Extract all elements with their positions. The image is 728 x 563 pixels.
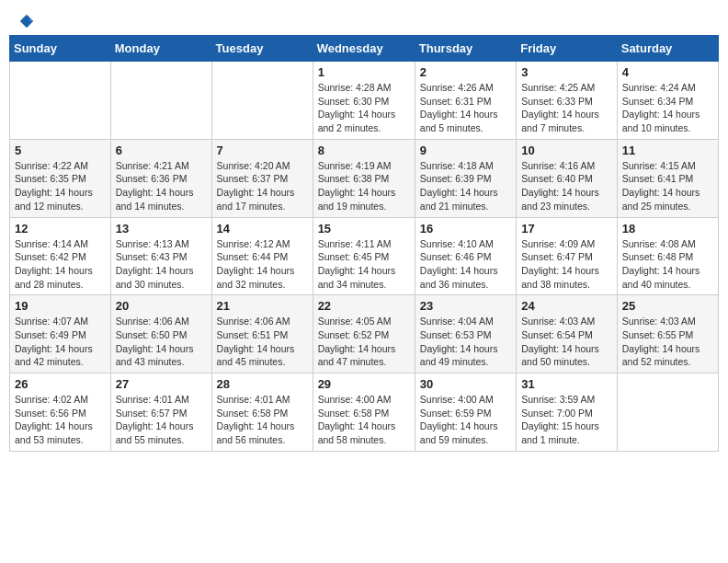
calendar-cell: 3Sunrise: 4:25 AM Sunset: 6:33 PM Daylig…: [517, 62, 618, 140]
day-number: 19: [15, 299, 106, 313]
day-info: Sunrise: 3:59 AM Sunset: 7:00 PM Dayligh…: [521, 393, 612, 447]
day-number: 3: [521, 65, 612, 79]
calendar-cell: 19Sunrise: 4:07 AM Sunset: 6:49 PM Dayli…: [10, 295, 111, 373]
day-info: Sunrise: 4:20 AM Sunset: 6:37 PM Dayligh…: [217, 159, 308, 213]
day-info: Sunrise: 4:01 AM Sunset: 6:58 PM Dayligh…: [217, 393, 308, 447]
day-info: Sunrise: 4:00 AM Sunset: 6:59 PM Dayligh…: [420, 393, 511, 447]
day-info: Sunrise: 4:14 AM Sunset: 6:42 PM Dayligh…: [15, 237, 106, 292]
calendar-cell: 2Sunrise: 4:26 AM Sunset: 6:31 PM Daylig…: [415, 62, 516, 140]
calendar-cell: 30Sunrise: 4:00 AM Sunset: 6:59 PM Dayli…: [415, 373, 516, 452]
calendar-cell: 27Sunrise: 4:01 AM Sunset: 6:57 PM Dayli…: [110, 373, 211, 452]
day-number: 14: [217, 222, 308, 236]
day-number: 22: [318, 299, 410, 313]
day-number: 5: [15, 144, 106, 157]
calendar-cell: 26Sunrise: 4:02 AM Sunset: 6:56 PM Dayli…: [10, 373, 111, 452]
calendar-cell: 21Sunrise: 4:06 AM Sunset: 6:51 PM Dayli…: [211, 295, 313, 373]
day-of-week-header: Friday: [517, 36, 618, 62]
calendar-week-row: 5Sunrise: 4:22 AM Sunset: 6:35 PM Daylig…: [10, 139, 719, 217]
day-info: Sunrise: 4:16 AM Sunset: 6:40 PM Dayligh…: [521, 159, 612, 213]
day-info: Sunrise: 4:10 AM Sunset: 6:46 PM Dayligh…: [420, 237, 511, 292]
day-of-week-header: Wednesday: [313, 36, 415, 62]
calendar-cell: 25Sunrise: 4:03 AM Sunset: 6:55 PM Dayli…: [617, 295, 718, 373]
logo-icon: [18, 13, 35, 29]
calendar-cell: 13Sunrise: 4:13 AM Sunset: 6:43 PM Dayli…: [110, 217, 211, 295]
calendar-cell: 11Sunrise: 4:15 AM Sunset: 6:41 PM Dayli…: [617, 139, 718, 217]
day-of-week-header: Sunday: [10, 36, 111, 62]
day-number: 16: [420, 222, 511, 236]
calendar-cell: 24Sunrise: 4:03 AM Sunset: 6:54 PM Dayli…: [517, 295, 618, 373]
day-info: Sunrise: 4:04 AM Sunset: 6:53 PM Dayligh…: [420, 315, 511, 369]
day-info: Sunrise: 4:03 AM Sunset: 6:54 PM Dayligh…: [521, 315, 612, 369]
calendar-cell: 18Sunrise: 4:08 AM Sunset: 6:48 PM Dayli…: [617, 217, 718, 295]
day-number: 6: [116, 144, 207, 157]
day-info: Sunrise: 4:07 AM Sunset: 6:49 PM Dayligh…: [15, 315, 106, 369]
logo: [17, 13, 35, 24]
calendar-cell: [110, 62, 211, 140]
day-number: 10: [521, 144, 612, 157]
calendar-cell: 28Sunrise: 4:01 AM Sunset: 6:58 PM Dayli…: [211, 373, 313, 452]
calendar-cell: 10Sunrise: 4:16 AM Sunset: 6:40 PM Dayli…: [517, 139, 618, 217]
calendar-cell: 5Sunrise: 4:22 AM Sunset: 6:35 PM Daylig…: [10, 139, 111, 217]
day-number: 29: [318, 377, 410, 391]
day-of-week-header: Thursday: [415, 36, 516, 62]
day-number: 7: [217, 144, 308, 157]
day-number: 18: [622, 222, 713, 236]
header: [9, 9, 719, 28]
day-number: 12: [15, 222, 106, 236]
calendar-cell: 31Sunrise: 3:59 AM Sunset: 7:00 PM Dayli…: [517, 373, 618, 452]
day-info: Sunrise: 4:28 AM Sunset: 6:30 PM Dayligh…: [318, 81, 410, 135]
day-number: 23: [420, 299, 511, 313]
day-number: 25: [622, 299, 713, 313]
day-info: Sunrise: 4:01 AM Sunset: 6:57 PM Dayligh…: [116, 393, 207, 447]
calendar-cell: 14Sunrise: 4:12 AM Sunset: 6:44 PM Dayli…: [211, 217, 313, 295]
calendar-cell: 23Sunrise: 4:04 AM Sunset: 6:53 PM Dayli…: [415, 295, 516, 373]
day-info: Sunrise: 4:06 AM Sunset: 6:50 PM Dayligh…: [116, 315, 207, 369]
day-number: 21: [217, 299, 308, 313]
calendar-cell: 8Sunrise: 4:19 AM Sunset: 6:38 PM Daylig…: [313, 139, 415, 217]
calendar-cell: 6Sunrise: 4:21 AM Sunset: 6:36 PM Daylig…: [110, 139, 211, 217]
day-of-week-header: Tuesday: [211, 36, 313, 62]
day-info: Sunrise: 4:12 AM Sunset: 6:44 PM Dayligh…: [217, 237, 308, 292]
day-number: 11: [622, 144, 713, 157]
calendar-cell: 15Sunrise: 4:11 AM Sunset: 6:45 PM Dayli…: [313, 217, 415, 295]
calendar-cell: [10, 62, 111, 140]
day-number: 9: [420, 144, 511, 157]
day-number: 13: [116, 222, 207, 236]
day-info: Sunrise: 4:11 AM Sunset: 6:45 PM Dayligh…: [318, 237, 410, 292]
day-number: 2: [420, 65, 511, 79]
day-info: Sunrise: 4:08 AM Sunset: 6:48 PM Dayligh…: [622, 237, 713, 292]
day-info: Sunrise: 4:00 AM Sunset: 6:58 PM Dayligh…: [318, 393, 410, 447]
day-info: Sunrise: 4:25 AM Sunset: 6:33 PM Dayligh…: [521, 81, 612, 135]
day-number: 27: [116, 377, 207, 391]
calendar-cell: 22Sunrise: 4:05 AM Sunset: 6:52 PM Dayli…: [313, 295, 415, 373]
day-number: 4: [622, 65, 713, 79]
day-number: 31: [521, 377, 612, 391]
calendar-cell: [617, 373, 718, 452]
day-number: 8: [318, 144, 410, 157]
calendar-cell: 29Sunrise: 4:00 AM Sunset: 6:58 PM Dayli…: [313, 373, 415, 452]
calendar-cell: 16Sunrise: 4:10 AM Sunset: 6:46 PM Dayli…: [415, 217, 516, 295]
day-info: Sunrise: 4:13 AM Sunset: 6:43 PM Dayligh…: [116, 237, 207, 292]
calendar-cell: 9Sunrise: 4:18 AM Sunset: 6:39 PM Daylig…: [415, 139, 516, 217]
day-info: Sunrise: 4:21 AM Sunset: 6:36 PM Dayligh…: [116, 159, 207, 213]
day-info: Sunrise: 4:06 AM Sunset: 6:51 PM Dayligh…: [217, 315, 308, 369]
day-number: 20: [116, 299, 207, 313]
calendar-cell: 17Sunrise: 4:09 AM Sunset: 6:47 PM Dayli…: [517, 217, 618, 295]
calendar-week-row: 12Sunrise: 4:14 AM Sunset: 6:42 PM Dayli…: [10, 217, 719, 295]
day-info: Sunrise: 4:19 AM Sunset: 6:38 PM Dayligh…: [318, 159, 410, 213]
day-number: 24: [521, 299, 612, 313]
calendar-cell: 1Sunrise: 4:28 AM Sunset: 6:30 PM Daylig…: [313, 62, 415, 140]
calendar-week-row: 1Sunrise: 4:28 AM Sunset: 6:30 PM Daylig…: [10, 62, 719, 140]
day-number: 1: [318, 65, 410, 79]
day-number: 28: [217, 377, 308, 391]
calendar-cell: 12Sunrise: 4:14 AM Sunset: 6:42 PM Dayli…: [10, 217, 111, 295]
day-info: Sunrise: 4:26 AM Sunset: 6:31 PM Dayligh…: [420, 81, 511, 135]
day-info: Sunrise: 4:02 AM Sunset: 6:56 PM Dayligh…: [15, 393, 106, 447]
day-info: Sunrise: 4:15 AM Sunset: 6:41 PM Dayligh…: [622, 159, 713, 213]
calendar-week-row: 26Sunrise: 4:02 AM Sunset: 6:56 PM Dayli…: [10, 373, 719, 452]
day-number: 17: [521, 222, 612, 236]
calendar-table: SundayMondayTuesdayWednesdayThursdayFrid…: [9, 35, 719, 452]
day-of-week-header: Saturday: [617, 36, 718, 62]
day-info: Sunrise: 4:18 AM Sunset: 6:39 PM Dayligh…: [420, 159, 511, 213]
day-info: Sunrise: 4:05 AM Sunset: 6:52 PM Dayligh…: [318, 315, 410, 369]
